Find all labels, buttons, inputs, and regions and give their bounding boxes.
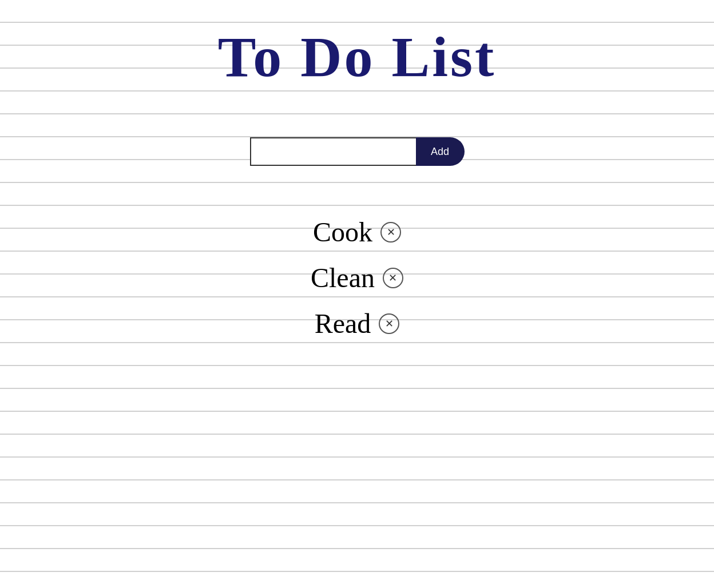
- todo-item-text: Cook: [313, 212, 372, 253]
- main-content: To Do List Add Cook ✕ Clean ✕ Read ✕: [0, 0, 714, 344]
- close-icon: ✕: [385, 317, 394, 330]
- todo-item-text: Read: [315, 303, 371, 344]
- close-icon: ✕: [388, 272, 397, 284]
- list-item: Read ✕: [300, 303, 414, 344]
- input-row: Add: [250, 137, 465, 166]
- delete-button-read[interactable]: ✕: [379, 313, 399, 334]
- add-button[interactable]: Add: [416, 137, 465, 166]
- delete-button-clean[interactable]: ✕: [383, 268, 403, 288]
- todo-item-text: Clean: [311, 257, 375, 299]
- todo-list: Cook ✕ Clean ✕ Read ✕: [0, 212, 714, 344]
- page-title: To Do List: [218, 23, 496, 92]
- close-icon: ✕: [387, 226, 395, 239]
- delete-button-cook[interactable]: ✕: [380, 222, 401, 243]
- list-item: Cook ✕: [300, 212, 414, 253]
- list-item: Clean ✕: [300, 257, 414, 299]
- task-input[interactable]: [250, 137, 416, 166]
